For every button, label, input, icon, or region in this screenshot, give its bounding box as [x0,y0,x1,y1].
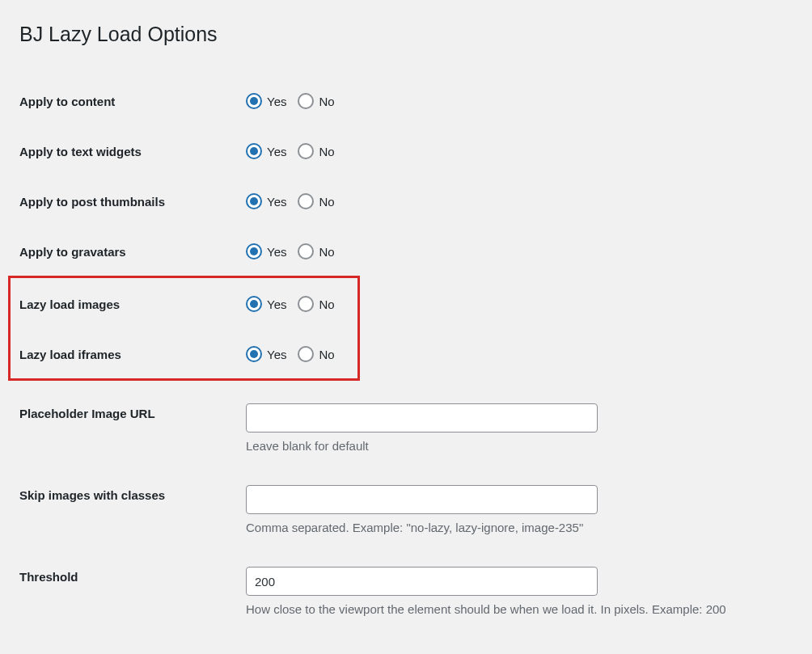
radio-apply-post-thumbnails-no[interactable]: No [298,193,334,209]
radio-icon [298,296,314,312]
input-placeholder-url[interactable] [246,403,598,432]
row-apply-gravatars: Apply to gravatars Yes No [19,226,793,276]
input-threshold[interactable] [246,567,598,596]
row-threshold: Threshold How close to the viewport the … [19,551,793,632]
radio-label-no: No [319,245,334,259]
radio-apply-gravatars-yes[interactable]: Yes [246,243,286,259]
radio-icon [298,243,314,259]
radio-group-apply-text-widgets: Yes No [246,141,793,159]
page-title: BJ Lazy Load Options [19,16,793,49]
radio-apply-content-yes[interactable]: Yes [246,93,286,109]
label-lazy-iframes: Lazy load iframes [19,344,246,361]
row-apply-post-thumbnails: Apply to post thumbnails Yes No [19,175,793,226]
label-apply-gravatars: Apply to gravatars [19,242,246,259]
label-apply-content: Apply to content [19,91,246,108]
label-apply-post-thumbnails: Apply to post thumbnails [19,192,246,209]
input-skip-classes[interactable] [246,485,598,514]
row-skip-classes: Skip images with classes Comma separated… [19,469,793,551]
radio-lazy-iframes-yes[interactable]: Yes [246,346,286,362]
radio-label-yes: Yes [267,348,286,361]
radio-group-lazy-iframes: Yes No [246,344,357,362]
radio-icon [246,346,262,362]
radio-apply-text-widgets-yes[interactable]: Yes [246,143,286,159]
radio-label-no: No [319,145,334,158]
desc-skip-classes: Comma separated. Example: "no-lazy, lazy… [246,521,793,534]
radio-group-apply-gravatars: Yes No [246,242,793,259]
radio-label-no: No [319,95,334,108]
radio-icon [298,193,314,209]
radio-group-lazy-images: Yes No [246,294,357,312]
label-placeholder-url: Placeholder Image URL [19,403,246,420]
label-threshold: Threshold [19,567,246,584]
row-apply-content: Apply to content Yes No [19,75,793,125]
radio-group-apply-content: Yes No [246,91,793,109]
radio-icon [246,296,262,312]
radio-icon [246,143,262,159]
radio-icon [298,143,314,159]
radio-icon [246,193,262,209]
radio-label-no: No [319,297,334,311]
radio-label-yes: Yes [267,297,286,311]
radio-lazy-iframes-no[interactable]: No [298,346,334,362]
radio-label-yes: Yes [267,145,286,158]
desc-placeholder-url: Leave blank for default [246,439,793,453]
label-skip-classes: Skip images with classes [19,485,246,502]
radio-icon [246,93,262,109]
label-lazy-images: Lazy load images [19,294,246,311]
radio-apply-gravatars-no[interactable]: No [298,243,334,259]
radio-lazy-images-no[interactable]: No [298,296,334,312]
radio-icon [246,243,262,259]
radio-lazy-images-yes[interactable]: Yes [246,296,286,312]
radio-group-apply-post-thumbnails: Yes No [246,192,793,209]
radio-label-no: No [319,195,334,209]
desc-threshold: How close to the viewport the element sh… [246,602,793,616]
radio-apply-content-no[interactable]: No [298,93,334,109]
radio-apply-post-thumbnails-yes[interactable]: Yes [246,193,286,209]
radio-apply-text-widgets-no[interactable]: No [298,143,334,159]
radio-label-yes: Yes [267,195,286,209]
radio-label-yes: Yes [267,245,286,259]
label-apply-text-widgets: Apply to text widgets [19,141,246,158]
radio-label-yes: Yes [267,95,286,108]
radio-icon [298,93,314,109]
row-apply-text-widgets: Apply to text widgets Yes No [19,125,793,175]
radio-icon [298,346,314,362]
highlight-box: Lazy load images Yes No Lazy load iframe… [8,276,360,381]
row-lazy-iframes: Lazy load iframes Yes No [19,328,357,378]
row-placeholder-url: Placeholder Image URL Leave blank for de… [19,381,793,469]
radio-label-no: No [319,348,334,361]
row-lazy-images: Lazy load images Yes No [19,278,357,328]
